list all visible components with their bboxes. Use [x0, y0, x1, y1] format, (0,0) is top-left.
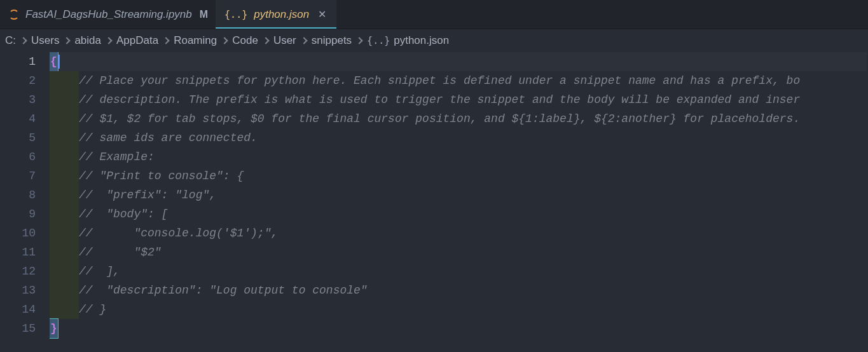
comment-text: // "description": "Log output to console…: [79, 281, 368, 300]
code-line[interactable]: // ],: [50, 262, 868, 281]
line-number: 8: [0, 186, 36, 205]
code-line[interactable]: // "body": [: [50, 205, 868, 224]
crumb-drive[interactable]: C:: [5, 34, 16, 47]
comment-text: // "Print to console": {: [79, 166, 244, 186]
tab-label: FastAI_DagsHub_Streaming.ipynb: [25, 8, 192, 21]
line-number: 11: [0, 243, 36, 262]
code-line[interactable]: // $1, $2 for tab stops, $0 for the fina…: [50, 109, 868, 128]
indent-guide: [50, 243, 79, 262]
crumb-user[interactable]: User: [273, 34, 296, 47]
comment-text: // "body": [: [79, 205, 168, 224]
comment-text: // "console.log('$1');",: [79, 224, 278, 243]
code-line[interactable]: // "$2": [50, 243, 868, 262]
crumb-file[interactable]: python.json: [394, 34, 449, 47]
line-number: 13: [0, 281, 36, 300]
crumb-abida[interactable]: abida: [74, 34, 101, 47]
comment-text: // description. The prefix is what is us…: [79, 90, 800, 109]
code-line[interactable]: // }: [50, 300, 868, 319]
indent-guide: [50, 224, 79, 243]
code-line[interactable]: // Place your snippets for python here. …: [50, 71, 868, 90]
comment-text: // "$2": [79, 243, 162, 262]
line-number: 12: [0, 262, 36, 281]
comment-text: // ],: [79, 262, 120, 281]
line-number: 5: [0, 128, 36, 147]
line-number: 7: [0, 166, 36, 186]
chevron-right-icon: [20, 37, 27, 44]
comment-text: // }: [79, 300, 106, 319]
chevron-right-icon: [105, 37, 112, 44]
chevron-right-icon: [163, 37, 170, 44]
json-icon: {..}: [367, 35, 390, 46]
indent-guide: [50, 300, 79, 319]
line-number: 14: [0, 300, 36, 319]
tab-label: python.json: [254, 8, 309, 21]
indent-guide: [50, 109, 79, 128]
indent-guide: [50, 281, 79, 300]
code-area[interactable]: {// Place your snippets for python here.…: [50, 52, 868, 352]
line-number: 15: [0, 319, 36, 338]
tab-fastai-notebook[interactable]: FastAI_DagsHub_Streaming.ipynb M: [0, 0, 216, 29]
code-line[interactable]: // "prefix": "log",: [50, 186, 868, 205]
line-number: 3: [0, 90, 36, 109]
crumb-snippets[interactable]: snippets: [312, 34, 352, 47]
tab-python-json[interactable]: {..} python.json ✕: [216, 0, 336, 29]
brace-open: {: [50, 52, 58, 71]
brace-close: }: [50, 319, 58, 338]
breadcrumb: C: Users abida AppData Roaming Code User…: [0, 29, 868, 52]
code-line[interactable]: // same ids are connected.: [50, 128, 868, 147]
json-icon: {..}: [224, 9, 247, 20]
comment-text: // "prefix": "log",: [79, 186, 216, 205]
line-number: 10: [0, 224, 36, 243]
line-number: 1: [0, 52, 36, 71]
crumb-code[interactable]: Code: [232, 34, 258, 47]
comment-text: // Place your snippets for python here. …: [79, 71, 800, 90]
code-line[interactable]: // description. The prefix is what is us…: [50, 90, 868, 109]
code-line[interactable]: // "Print to console": {: [50, 166, 868, 186]
indent-guide: [50, 147, 79, 166]
line-number: 6: [0, 147, 36, 166]
line-number: 4: [0, 109, 36, 128]
tabs-bar: FastAI_DagsHub_Streaming.ipynb M {..} py…: [0, 0, 868, 29]
code-line[interactable]: {: [50, 52, 867, 71]
chevron-right-icon: [355, 37, 362, 44]
code-line[interactable]: // "console.log('$1');",: [50, 224, 868, 243]
chevron-right-icon: [300, 37, 307, 44]
chevron-right-icon: [262, 37, 269, 44]
crumb-roaming[interactable]: Roaming: [174, 34, 217, 47]
chevron-right-icon: [64, 37, 71, 44]
indent-guide: [50, 262, 79, 281]
indent-guide: [50, 186, 79, 205]
code-editor[interactable]: 123456789101112131415 {// Place your sni…: [0, 52, 868, 352]
indent-guide: [50, 205, 79, 224]
indent-guide: [50, 128, 79, 147]
modified-indicator: M: [200, 9, 208, 20]
indent-guide: [50, 90, 79, 109]
close-icon[interactable]: ✕: [315, 8, 329, 20]
code-line[interactable]: // "description": "Log output to console…: [50, 281, 868, 300]
code-line[interactable]: // Example:: [50, 147, 868, 166]
code-line[interactable]: }: [50, 319, 868, 338]
text-cursor: [59, 55, 60, 69]
indent-guide: [50, 166, 79, 186]
comment-text: // same ids are connected.: [79, 128, 258, 147]
jupyter-icon: [9, 10, 19, 20]
comment-text: // Example:: [79, 147, 155, 166]
chevron-right-icon: [221, 37, 228, 44]
line-number: 9: [0, 205, 36, 224]
comment-text: // $1, $2 for tab stops, $0 for the fina…: [79, 109, 800, 128]
indent-guide: [50, 71, 79, 90]
line-number-gutter: 123456789101112131415: [0, 52, 50, 352]
crumb-users[interactable]: Users: [31, 34, 59, 47]
line-number: 2: [0, 71, 36, 90]
crumb-appdata[interactable]: AppData: [116, 34, 158, 47]
